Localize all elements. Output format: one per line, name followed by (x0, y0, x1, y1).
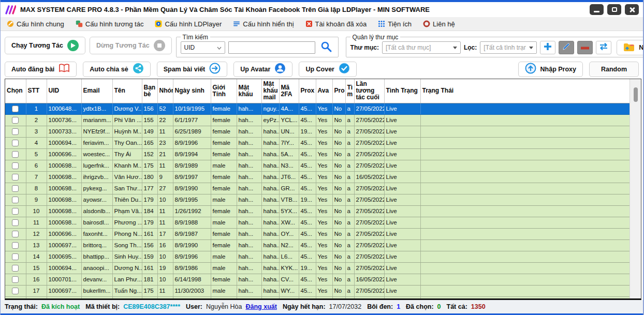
stop-interaction-button[interactable]: Dừng Tương Tác (90, 37, 172, 54)
menu-item-tai-khoan-da-xoa[interactable]: Tài khoản đã xóa (305, 20, 367, 28)
random-button[interactable]: Random (589, 62, 639, 77)
row-checkbox[interactable] (12, 219, 19, 226)
table-row[interactable] (5, 296, 631, 300)
row-checkbox[interactable] (12, 151, 19, 158)
scrollbar-thumb[interactable] (634, 87, 638, 102)
menu-item-cau-hinh-chung[interactable]: Cấu hình chung (7, 20, 64, 28)
row-checkbox[interactable] (12, 253, 19, 260)
import-accounts-button[interactable]: Nhập tài khoản (617, 40, 644, 55)
table-row[interactable]: 111000698...bairosdl...Phương ...179118/… (5, 217, 631, 228)
table-vertical-scrollbar[interactable] (630, 79, 641, 298)
run-interaction-button[interactable]: Chạy Tương Tác (5, 37, 85, 54)
row-checkbox[interactable] (12, 128, 19, 135)
row-checkbox[interactable] (12, 242, 19, 249)
menu-item-cau-hinh-hien-thi[interactable]: Cấu hình hiển thị (233, 20, 294, 28)
table-cell: 45... (299, 239, 316, 251)
table-row[interactable]: 81000698...pykexg...San Thư...177278/9/1… (5, 183, 631, 194)
table-row[interactable]: 31000733...NYEfz9f...Huỳnh M...149116/25… (5, 126, 631, 137)
table-cell (332, 296, 345, 300)
table-cell: hah... (237, 137, 261, 148)
table-cell: 8/9/1987 (173, 228, 211, 239)
row-checkbox[interactable] (12, 197, 19, 203)
table-row[interactable]: 161000701...devanv...Lan Phư...181106/14… (5, 274, 631, 285)
import-proxy-button[interactable]: Nhập Proxy (518, 62, 583, 77)
column-header[interactable]: Prox (299, 79, 316, 103)
table-row[interactable]: 131000697...brittorq...Song Th...156168/… (5, 239, 631, 251)
column-header[interactable]: Chọn (5, 79, 26, 103)
table-cell: 8/9/1990 (173, 183, 211, 194)
row-checkbox[interactable] (12, 140, 19, 146)
filter-select[interactable]: [Tất cả tình trạng] (480, 41, 537, 54)
table-row[interactable]: 91000698...ayowsr...Thiên Du...179108/9/… (5, 194, 631, 205)
table-row[interactable]: 71000698...ihrigzvb...Vân Hươ...18098/9/… (5, 171, 631, 183)
up-avatar-button[interactable]: Up Avatar (233, 62, 292, 77)
row-checkbox[interactable] (12, 276, 19, 283)
table-cell: 19... (299, 262, 316, 274)
row-checkbox[interactable] (12, 208, 19, 215)
menu-item-lien-he[interactable]: Liên hệ (423, 20, 455, 28)
column-header[interactable]: Tên (112, 79, 142, 103)
table-row[interactable]: 61000698...lugerfnk...Khanh M...175118/9… (5, 160, 631, 171)
edit-folder-button[interactable] (559, 41, 574, 54)
menu-item-tien-ich[interactable]: Tiện ích (378, 20, 412, 28)
column-header[interactable]: Trạng Thái (420, 79, 631, 103)
table-row[interactable]: 151000694...anaoopi...Dương N...161198/9… (5, 262, 631, 274)
auto-post-button[interactable]: Auto đăng bài (5, 62, 77, 77)
column-header[interactable]: Mã 2FA (279, 79, 299, 103)
close-button[interactable] (625, 4, 639, 15)
spam-post-button[interactable]: Spam bài viết (157, 62, 228, 77)
table-row[interactable]: 101000698...alsdonlb...Phạm Vâ...184111/… (5, 205, 631, 217)
row-checkbox[interactable] (12, 265, 19, 272)
logout-link[interactable]: Đăng xuất (245, 303, 276, 310)
column-header[interactable]: Ava (316, 79, 332, 103)
table-cell: 22 (157, 114, 173, 126)
refresh-button[interactable] (596, 41, 611, 54)
table-row[interactable]: 41000694...feriavim...Thy Oan...165238/9… (5, 137, 631, 148)
table-row[interactable]: 171000697...bukerllm...Tuấn Ng...1751111… (5, 285, 631, 296)
menu-item-cau-hinh-ldplayer[interactable]: Cấu hình LDPlayer (155, 20, 222, 28)
column-header[interactable]: Mật khẩu mail (261, 79, 279, 103)
column-header[interactable]: Giới Tính (211, 79, 237, 103)
row-checkbox[interactable] (12, 185, 19, 192)
row-checkbox[interactable] (12, 174, 19, 181)
column-header[interactable]: UID (47, 79, 81, 103)
column-header[interactable]: Tình Trạng (384, 79, 420, 103)
maximize-icon (612, 7, 617, 12)
row-checkbox[interactable] (12, 117, 19, 124)
column-header[interactable]: Lần tương tác cuối (354, 79, 384, 103)
column-header[interactable]: Pro (332, 79, 345, 103)
table-row[interactable]: 21000736...marianm...Phi Vân ...155226/1… (5, 114, 631, 126)
row-checkbox[interactable] (12, 106, 19, 112)
delete-folder-button[interactable] (577, 41, 593, 54)
row-checkbox[interactable] (12, 288, 19, 294)
column-header[interactable]: STT (26, 79, 47, 103)
add-folder-button[interactable] (540, 41, 555, 54)
table-cell: 45... (299, 205, 316, 217)
minimize-button[interactable] (590, 4, 604, 15)
table-row[interactable]: 141000695...bhattipp...Sinh Huy...159108… (5, 251, 631, 262)
table-cell: Thiên Du... (112, 194, 142, 205)
column-header[interactable]: Nhóm (157, 79, 173, 103)
table-cell: female (211, 274, 237, 285)
search-button[interactable] (318, 41, 334, 54)
column-header[interactable]: Mật khẩu (237, 79, 261, 103)
menu-item-cau-hinh-tuong-tac[interactable]: Cấu hình tương tác (76, 20, 144, 28)
row-checkbox[interactable] (12, 162, 19, 169)
search-field-select[interactable]: UID (181, 41, 225, 54)
up-cover-button[interactable]: Up Cover (299, 62, 357, 77)
folder-select[interactable]: [Tất cả thư mục] (382, 41, 461, 54)
table-row[interactable]: 11000648...ydtx1B...Dương V...1565210/19… (5, 103, 631, 114)
table-cell: 11 (157, 285, 173, 296)
table-row[interactable]: 121000696...faxonht...Phong N...161178/9… (5, 228, 631, 239)
auto-share-button[interactable]: Auto chia sẻ (83, 62, 150, 77)
column-header[interactable]: Ngày sinh (173, 79, 211, 103)
column-header[interactable]: Email (81, 79, 112, 103)
column-header[interactable]: Tì m (345, 79, 354, 103)
maximize-button[interactable] (607, 4, 621, 15)
column-header[interactable]: Bạn bè (142, 79, 157, 103)
search-input[interactable] (228, 41, 315, 54)
table-cell (420, 137, 631, 148)
folder-import-icon (623, 42, 635, 53)
table-row[interactable]: 51000696...woestec...Thy Ái152218/9/1994… (5, 148, 631, 160)
row-checkbox[interactable] (12, 231, 19, 237)
